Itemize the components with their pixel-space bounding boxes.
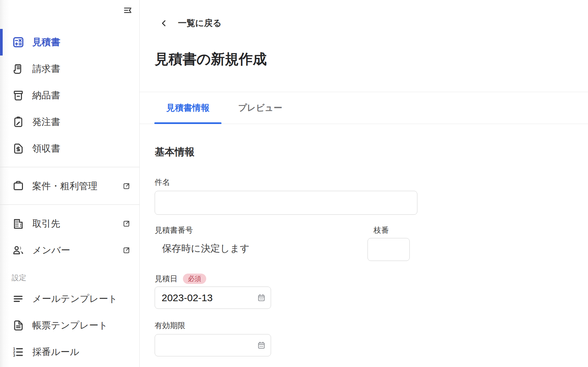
building-icon	[12, 217, 25, 230]
document-lines-icon	[12, 319, 25, 332]
quote-number-label: 見積書番号	[155, 225, 368, 235]
subject-input[interactable]	[155, 191, 417, 215]
briefcase-icon	[12, 180, 25, 193]
sidebar-item-label: 納品書	[32, 89, 60, 102]
expiry-date-label: 有効期限	[155, 321, 588, 330]
quote-number-note: 保存時に決定します	[155, 243, 368, 254]
sidebar-item-label: 採番ルール	[32, 346, 79, 358]
sidebar-divider	[0, 204, 139, 205]
sidebar-divider	[0, 167, 139, 167]
required-badge: 必須	[183, 274, 206, 284]
section-title-basic-info: 基本情報	[155, 145, 588, 159]
people-icon	[12, 244, 25, 257]
sidebar-item-estimates[interactable]: 見積書	[0, 29, 139, 56]
estimate-form: 基本情報 件名 見積書番号 保存時に決定します 枝番 見積日 必須	[140, 124, 588, 356]
main-content: 一覧に戻る 見積書の新規作成 見積書情報 プレビュー 基本情報 件名 見積書番号…	[140, 0, 588, 367]
branch-number-column: 枝番	[368, 225, 417, 261]
quote-date-value: 2023-02-13	[162, 292, 213, 304]
tab-preview[interactable]: プレビュー	[226, 92, 294, 124]
external-link-icon	[122, 182, 131, 190]
external-link-icon	[122, 219, 131, 228]
back-link-label: 一覧に戻る	[178, 17, 221, 29]
document-dollar-icon	[12, 142, 25, 155]
sidebar-nav: 見積書 請求書 納	[0, 0, 139, 365]
tab-bar: 見積書情報 プレビュー	[140, 92, 588, 124]
tab-estimate-info[interactable]: 見積書情報	[154, 92, 221, 124]
sidebar-item-label: メンバー	[32, 244, 70, 257]
branch-number-label: 枝番	[368, 225, 417, 235]
page-title: 見積書の新規作成	[155, 50, 588, 69]
sidebar-item-label: 領収書	[32, 142, 60, 155]
text-lines-icon	[12, 292, 25, 306]
sidebar-item-partners[interactable]: 取引先	[0, 210, 139, 237]
receipt-icon	[12, 62, 25, 75]
sidebar-item-label: 案件・粗利管理	[32, 180, 97, 192]
sidebar-item-label: 請求書	[32, 62, 60, 75]
back-to-list-link[interactable]: 一覧に戻る	[155, 17, 221, 29]
quote-date-field: 見積日 必須 2023-02-13	[155, 273, 588, 309]
external-link-icon	[122, 246, 131, 255]
calendar-icon[interactable]	[257, 293, 266, 303]
clipboard-pencil-icon	[12, 115, 25, 129]
sidebar-item-members[interactable]: メンバー	[0, 237, 139, 264]
sidebar-item-project-profit[interactable]: 案件・粗利管理	[0, 173, 139, 199]
calculator-icon	[12, 36, 25, 49]
menu-collapse-icon	[123, 5, 133, 15]
expiry-date-field: 有効期限	[155, 321, 588, 356]
sidebar-item-label: 取引先	[32, 217, 60, 230]
subject-label: 件名	[155, 178, 588, 187]
chevron-left-icon	[160, 19, 168, 27]
sidebar-item-form-templates[interactable]: 帳票テンプレート	[0, 312, 139, 339]
sidebar-item-delivery-notes[interactable]: 納品書	[0, 82, 139, 109]
archive-box-icon	[12, 89, 25, 102]
quote-date-label-row: 見積日 必須	[155, 273, 588, 284]
svg-text:3: 3	[13, 353, 15, 357]
sidebar-item-numbering-rules[interactable]: 123 採番ルール	[0, 339, 139, 365]
sidebar: 見積書 請求書 納	[0, 0, 140, 367]
app-window: 見積書 請求書 納	[0, 0, 588, 367]
expiry-date-input[interactable]	[155, 334, 271, 356]
quote-number-row: 見積書番号 保存時に決定します 枝番	[155, 225, 417, 261]
calendar-icon[interactable]	[257, 341, 266, 350]
quote-number-column: 見積書番号 保存時に決定します	[155, 225, 368, 261]
sidebar-collapse-button[interactable]	[122, 5, 133, 16]
numbered-list-icon: 123	[12, 345, 25, 359]
sidebar-item-label: 発注書	[32, 116, 60, 128]
quote-date-label: 見積日	[155, 274, 178, 283]
sidebar-item-label: 見積書	[32, 36, 60, 49]
sidebar-item-purchase-orders[interactable]: 発注書	[0, 109, 139, 135]
sidebar-item-label: 帳票テンプレート	[32, 319, 108, 332]
main-header: 一覧に戻る 見積書の新規作成	[140, 0, 588, 69]
quote-date-input[interactable]: 2023-02-13	[155, 287, 271, 309]
sidebar-item-label: メールテンプレート	[32, 293, 118, 305]
sidebar-item-mail-templates[interactable]: メールテンプレート	[0, 286, 139, 312]
sidebar-item-receipts[interactable]: 領収書	[0, 135, 139, 162]
sidebar-section-settings: 設定	[12, 273, 139, 283]
branch-number-input[interactable]	[368, 238, 410, 261]
sidebar-item-invoices[interactable]: 請求書	[0, 56, 139, 82]
